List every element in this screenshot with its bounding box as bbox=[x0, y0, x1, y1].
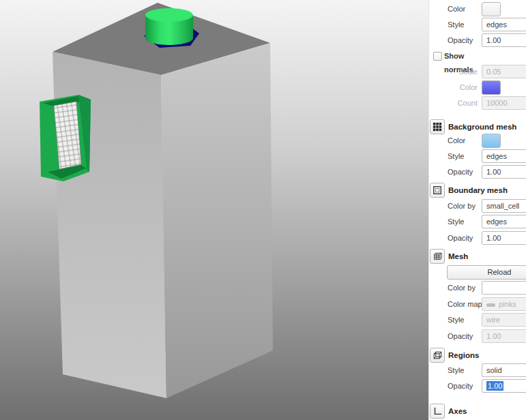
normals-count-input: 10000 bbox=[482, 96, 526, 110]
cylinder-top-cap bbox=[145, 8, 193, 22]
show-normals-checkbox[interactable] bbox=[433, 52, 442, 61]
style-label: Style bbox=[448, 149, 464, 163]
axes-toggle-button[interactable] bbox=[430, 404, 445, 419]
style-label: Style bbox=[448, 313, 464, 327]
domain-box-right-face bbox=[161, 43, 273, 398]
background-mesh-toggle-button[interactable] bbox=[430, 119, 445, 134]
opacity-label: Opacity bbox=[448, 329, 473, 343]
surface-opacity-input[interactable]: 1.00 bbox=[482, 33, 526, 47]
surface-color-swatch[interactable] bbox=[482, 2, 501, 16]
normals-color-swatch bbox=[482, 80, 501, 95]
regions-cube-icon bbox=[433, 350, 442, 360]
opacity-label: Opacity bbox=[448, 33, 473, 47]
properties-panel: Color Style edges Opacity 1.00 Show norm… bbox=[428, 0, 526, 420]
color-label: Color bbox=[448, 2, 465, 16]
selected-text: 1.00 bbox=[486, 381, 503, 391]
style-label: Style bbox=[448, 363, 464, 377]
color-label: Color bbox=[448, 134, 465, 147]
reload-button[interactable]: Reload bbox=[447, 265, 526, 280]
axes-title: Axes bbox=[448, 404, 467, 419]
axes-icon bbox=[433, 406, 442, 416]
boundary-style-select[interactable]: edges bbox=[482, 215, 526, 228]
color-by-label: Color by bbox=[448, 199, 476, 213]
boundary-mesh-icon bbox=[433, 185, 442, 195]
normals-color-label: Color bbox=[429, 80, 478, 94]
surface-style-select[interactable]: edges bbox=[482, 18, 526, 31]
scene-canvas bbox=[0, 0, 428, 420]
regions-style-select[interactable]: solid bbox=[482, 363, 526, 377]
mesh-style-select: wire bbox=[482, 313, 526, 327]
mesh-title: Mesh bbox=[448, 249, 468, 264]
scale-label: Scale bbox=[429, 65, 478, 78]
mesh-icon bbox=[433, 252, 442, 261]
mesh-panel bbox=[40, 95, 91, 181]
regions-opacity-input[interactable]: 1.00 bbox=[482, 379, 526, 393]
application-window: Color Style edges Opacity 1.00 Show norm… bbox=[0, 0, 526, 420]
bgmesh-style-select[interactable]: edges bbox=[482, 149, 526, 163]
style-label: Style bbox=[448, 215, 464, 228]
style-label: Style bbox=[448, 18, 464, 31]
opacity-label: Opacity bbox=[448, 231, 473, 245]
opacity-label: Opacity bbox=[448, 379, 473, 393]
regions-title: Regions bbox=[448, 348, 479, 363]
bgmesh-opacity-input[interactable]: 1.00 bbox=[482, 165, 526, 179]
mesh-toggle-button[interactable] bbox=[430, 249, 445, 264]
mesh-colormap-select: pinks bbox=[482, 297, 526, 311]
background-mesh-title: Background mesh bbox=[448, 119, 516, 134]
bgmesh-color-swatch[interactable] bbox=[482, 134, 501, 148]
grid-icon bbox=[433, 122, 442, 132]
mesh-opacity-input: 1.00 bbox=[482, 329, 526, 343]
boundary-mesh-title: Boundary mesh bbox=[448, 183, 508, 198]
color-map-label: Color map bbox=[448, 297, 482, 311]
regions-toggle-button[interactable] bbox=[430, 348, 445, 363]
colormap-preview-icon bbox=[486, 303, 495, 307]
opacity-label: Opacity bbox=[448, 165, 473, 179]
inlet-cylinder bbox=[145, 8, 193, 45]
boundary-mesh-toggle-button[interactable] bbox=[430, 183, 445, 198]
boundary-opacity-input[interactable]: 1.00 bbox=[482, 231, 526, 245]
normals-scale-input: 0.05 bbox=[482, 65, 526, 78]
viewport-3d[interactable] bbox=[0, 0, 428, 420]
domain-box bbox=[53, 3, 273, 398]
count-label: Count bbox=[429, 96, 478, 110]
boundary-colorby-select[interactable]: small_cell bbox=[482, 199, 526, 213]
mesh-colorby-select[interactable] bbox=[482, 281, 526, 295]
color-by-label: Color by bbox=[448, 281, 476, 295]
